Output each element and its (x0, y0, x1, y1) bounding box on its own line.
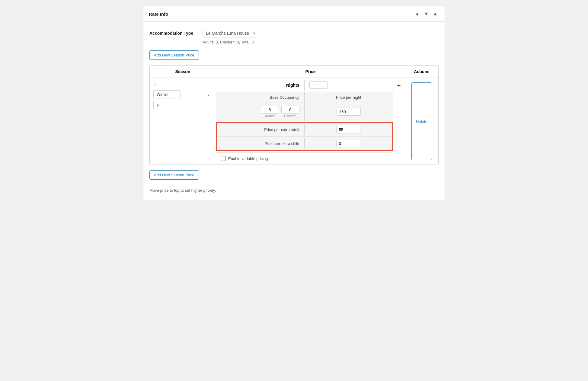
nights-input[interactable] (309, 81, 328, 89)
rate-info-panel: Rate Info ▲ ▼ ▲ Accommodation Type Le Ma… (143, 6, 445, 200)
nights-input-area (305, 78, 393, 92)
children-input-group: Children (281, 106, 299, 118)
table-header: Season Price Actions (150, 66, 438, 78)
accommodation-select[interactable]: Le Marche Etna House (203, 29, 258, 37)
extra-adult-label: Price per extra adult (217, 124, 305, 135)
season-cell-inner: ≡ Winter Summer Spring Autumn ∨ (153, 82, 212, 109)
price-per-night-label: Price per night (305, 92, 393, 103)
variable-pricing-row: Enable variable pricing (216, 152, 393, 165)
adults-sub-label: Adults (265, 114, 274, 118)
extra-adult-row: Price per extra adult (217, 123, 392, 136)
accommodation-select-wrapper: Le Marche Etna House (203, 29, 258, 37)
season-select-wrapper: Winter Summer Spring Autumn (153, 90, 212, 98)
extra-adult-input[interactable] (336, 126, 360, 133)
panel-body: Accommodation Type Le Marche Etna House … (143, 22, 445, 200)
variable-pricing-label: Enable variable pricing (228, 156, 268, 161)
add-column-button[interactable]: + (397, 82, 401, 89)
adults-input[interactable] (261, 106, 279, 114)
price-per-night-input[interactable] (337, 108, 361, 116)
season-cell: ≡ Winter Summer Spring Autumn ∨ (150, 78, 216, 165)
extra-adult-input-area (305, 123, 392, 136)
accommodation-label: Accommodation Type (149, 31, 198, 36)
table-row: ≡ Winter Summer Spring Autumn ∨ (150, 78, 438, 165)
header-down-button[interactable]: ▼ (422, 11, 430, 17)
header-up-button[interactable]: ▲ (413, 11, 421, 17)
price-cell: Nights Base Occupancy Price per night (216, 78, 393, 165)
main-table: Season Price Actions ≡ Winter Su (149, 65, 439, 165)
col-header-season: Season (150, 66, 216, 78)
variable-pricing-checkbox[interactable] (221, 156, 226, 161)
add-season-bottom-button[interactable]: Add New Season Price (149, 170, 199, 180)
accommodation-row: Accommodation Type Le Marche Etna House (149, 29, 439, 37)
drag-handle-icon[interactable]: ≡ (153, 82, 156, 88)
chevron-down-icon: ∨ (156, 103, 159, 107)
delete-button[interactable]: Delete (411, 82, 432, 160)
actions-cell: Delete (405, 78, 438, 165)
adults-input-group: Adults (261, 106, 279, 118)
base-occupancy-label: Base Occupancy (216, 92, 305, 103)
adults-children-row: Adults Children (216, 103, 393, 121)
nights-label: Nights (216, 80, 305, 91)
col-header-actions: Actions (405, 66, 438, 78)
panel-title: Rate Info (149, 11, 168, 17)
adults-children-inputs: Adults Children (216, 103, 305, 121)
children-input[interactable] (281, 106, 299, 114)
col-header-price: Price (216, 66, 405, 78)
season-select[interactable]: Winter Summer Spring Autumn (153, 90, 181, 98)
header-collapse-button[interactable]: ▲ (431, 11, 439, 17)
add-season-top-button[interactable]: Add New Season Price (149, 50, 199, 60)
extra-child-label: Price per extra child (217, 138, 305, 149)
extra-child-input-area (305, 137, 392, 150)
extra-child-row: Price per extra child (217, 136, 392, 150)
season-expand-button[interactable]: ∨ (153, 101, 162, 109)
price-per-night-input-area (305, 105, 393, 119)
footer-note: Move price to top to set higher priority… (149, 188, 439, 193)
base-occupancy-row: Base Occupancy Price per night (216, 92, 393, 103)
extra-child-input[interactable] (336, 140, 360, 147)
panel-header: Rate Info ▲ ▼ ▲ (143, 6, 445, 22)
nights-row: Nights (216, 78, 393, 92)
extra-prices-section: Price per extra adult Price per extra ch… (216, 122, 393, 151)
children-sub-label: Children (284, 114, 296, 118)
occupancy-info: Adults: 8, Children: 0, Total: 8 (203, 40, 439, 44)
header-controls: ▲ ▼ ▲ (413, 11, 439, 17)
add-column-area: + (393, 78, 405, 165)
